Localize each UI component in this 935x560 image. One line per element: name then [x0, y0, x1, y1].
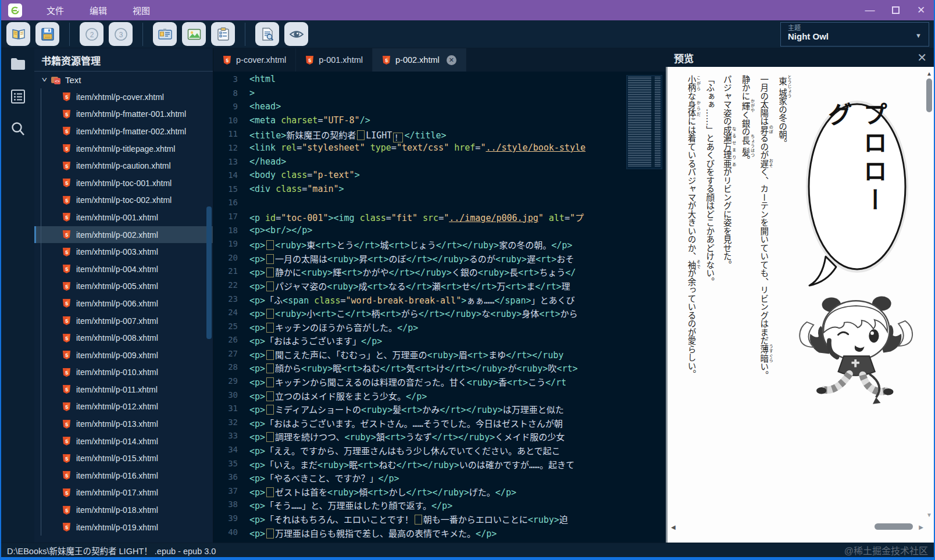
- code-line[interactable]: 26<p>「おはようございます」</p>: [213, 334, 666, 348]
- menu-file[interactable]: 文件: [47, 4, 64, 16]
- code-line[interactable]: 23<p>「ふ<span class="word-break-break-all…: [213, 294, 666, 308]
- tree-item[interactable]: 5item/xhtml/p-003.xhtml: [34, 243, 213, 261]
- code-line[interactable]: 17<p id="toc-001"><img class="fit" src="…: [213, 211, 666, 225]
- tree-item[interactable]: 5item/xhtml/p-001.xhtml: [34, 209, 213, 226]
- code-line[interactable]: 13</head>: [213, 156, 666, 170]
- tree-root-text[interactable]: ˅ <> Text: [34, 72, 213, 88]
- minimap[interactable]: [626, 75, 662, 169]
- code-token: </p>: [406, 391, 427, 402]
- tree-item[interactable]: 5item/xhtml/p-005.xhtml: [34, 278, 213, 295]
- tree-item[interactable]: 5item/xhtml/p-caution.xhtml: [34, 157, 213, 174]
- code-token: <rt>: [401, 405, 422, 415]
- tree-item[interactable]: 5item/xhtml/p-017.xhtml: [34, 484, 213, 502]
- code-line[interactable]: 28<p>顔から<ruby>眠<rt>ねむ</rt>気<rt>け</rt></r…: [213, 362, 666, 376]
- tree-item[interactable]: 5item/xhtml/p-004.xhtml: [34, 261, 213, 278]
- code-line[interactable]: 15<div class="main">: [213, 184, 666, 198]
- clipboard-list-button[interactable]: [211, 22, 235, 46]
- tree-item[interactable]: 5item/xhtml/p-011.xhtml: [34, 381, 213, 398]
- save-button[interactable]: [35, 22, 59, 46]
- tree-item[interactable]: 5item/xhtml/p-007.xhtml: [34, 312, 213, 330]
- fullwidth-space-box: [415, 515, 422, 525]
- tree-item[interactable]: 5item/xhtml/p-006.xhtml: [34, 295, 213, 312]
- tree-item[interactable]: 5item/xhtml/p-008.xhtml: [34, 329, 213, 347]
- code-line[interactable]: 39<p>「それはもちろん、エロいことです！朝も一番からエロいことに<ruby>…: [213, 513, 666, 527]
- code-line[interactable]: 14<body class="p-text">: [213, 170, 666, 184]
- tree-item[interactable]: 5item/xhtml/p-cover.xhtml: [34, 88, 213, 106]
- preview-close-icon[interactable]: ✕: [917, 51, 927, 65]
- code-line[interactable]: 19<p><ruby>東<rt>とう</rt>城<rt>じょう</rt></ru…: [213, 238, 666, 252]
- tab-p-002[interactable]: 5 p-002.xhtml ✕: [373, 48, 466, 72]
- tab-p-001[interactable]: 5 p-001.xhtml: [296, 48, 373, 72]
- tree-item[interactable]: 5item/xhtml/p-toc-002.xhtml: [34, 192, 213, 209]
- code-line[interactable]: 18<p><br/></p>: [213, 225, 666, 239]
- open-book-button[interactable]: [6, 22, 30, 46]
- tree-item[interactable]: 5item/xhtml/p-018.xhtml: [34, 501, 213, 519]
- close-button[interactable]: ✕: [908, 0, 934, 20]
- code-line[interactable]: 33<p>調理を続けつつ、<ruby>頷<rt>うなず</rt></ruby>く…: [213, 430, 666, 444]
- folder-icon[interactable]: [9, 55, 27, 73]
- code-line[interactable]: 35<p>「いえ。まだ<ruby>眠<rt>ねむ</rt></ruby>いのは確…: [213, 458, 666, 472]
- tree-scrollbar[interactable]: [206, 206, 212, 339]
- code-line[interactable]: 8>: [213, 88, 666, 102]
- code-line[interactable]: 21<p>静かに<ruby>輝<rt>かがや</rt></ruby>く銀の<ru…: [213, 266, 666, 280]
- tree-item[interactable]: 5item/xhtml/p-titlepage.xhtml: [34, 140, 213, 158]
- code-line[interactable]: 27<p>聞こえた声に、「むむっ」と、万理亜の<ruby>眉<rt>まゆ</rt…: [213, 348, 666, 362]
- code-line[interactable]: 34<p>「ええ。ですから、万理亜さんはもう少し休んでいてください。あとで起こ: [213, 444, 666, 458]
- tree-item[interactable]: 5item/xhtml/p-019.xhtml: [34, 519, 213, 536]
- preview-hscrollbar[interactable]: [875, 523, 913, 530]
- line-number: 12: [213, 142, 238, 156]
- theme-selector[interactable]: 主题 Night Owl ▼: [780, 22, 929, 47]
- scroll-right-icon[interactable]: ▶: [919, 524, 923, 530]
- code-line[interactable]: 3<html: [213, 74, 666, 88]
- code-line[interactable]: 38<p>「そう……」と、万理亜はしたり顔で返す。</p>: [213, 499, 666, 513]
- menu-edit[interactable]: 编辑: [90, 4, 107, 16]
- tree-item[interactable]: 5item/xhtml/p-009.xhtml: [34, 347, 213, 364]
- code-line[interactable]: 32<p>「おはようございます。ゼストさん。……そうでした。今日はゼストさんが朝: [213, 417, 666, 431]
- maximize-button[interactable]: [883, 0, 908, 20]
- tree-item[interactable]: 5item/xhtml/p-fmatter-001.xhtml: [34, 106, 213, 123]
- tree-item[interactable]: 5item/xhtml/p-016.xhtml: [34, 467, 213, 484]
- scroll-down-icon[interactable]: ▼: [926, 512, 932, 518]
- code-line[interactable]: 10<meta charset="UTF-8"/>: [213, 115, 666, 129]
- preview-vscrollbar[interactable]: [926, 79, 932, 112]
- tree-item[interactable]: 5item/xhtml/p-013.xhtml: [34, 415, 213, 433]
- code-token: <rt>: [415, 363, 436, 374]
- code-line[interactable]: 20<p>一月の太陽は<ruby>昇<rt>のぼ</rt></ruby>るのが<…: [213, 252, 666, 266]
- tree-item[interactable]: 5item/xhtml/p-002.xhtml: [34, 226, 213, 244]
- tree-item[interactable]: 5item/xhtml/p-014.xhtml: [34, 433, 213, 450]
- menu-view[interactable]: 视图: [133, 4, 150, 16]
- minimize-button[interactable]: —: [857, 0, 883, 20]
- code-line[interactable]: 24<p><ruby>小<rt>こ</rt>柄<rt>がら</rt></ruby…: [213, 307, 666, 321]
- code-line[interactable]: 22<p>パジャマ姿の<ruby>成<rt>なる</rt>瀬<rt>せ</rt>…: [213, 280, 666, 294]
- insert-image-button[interactable]: [182, 22, 206, 46]
- circle-3-button[interactable]: 3: [109, 22, 133, 46]
- tree-item[interactable]: 5item/xhtml/p-fmatter-002.xhtml: [34, 123, 213, 140]
- code-line[interactable]: 29<p>キッチンから聞こえるのは料理の音だった。甘く<ruby>香<rt>こう…: [213, 376, 666, 390]
- code-line[interactable]: 36<p>「やるべきこと、ですか？」</p>: [213, 472, 666, 486]
- preview-eye-button[interactable]: [284, 22, 308, 46]
- code-line[interactable]: 40<p>万理亜は自らも親指で差し、最高の表情でキメた。</p>: [213, 527, 666, 541]
- metadata-list-icon[interactable]: [9, 88, 27, 105]
- code-line[interactable]: 11<title>新妹魔王の契約者LIGHT！</title>: [213, 129, 666, 142]
- tab-close-icon[interactable]: ✕: [447, 55, 456, 65]
- tree-item[interactable]: 5item/xhtml/p-toc-001.xhtml: [34, 174, 213, 192]
- code-line[interactable]: 30<p>立つのはメイド服をまとう少女。</p>: [213, 390, 666, 404]
- html-file-icon: 5: [62, 419, 71, 429]
- scroll-up-icon[interactable]: ▲: [926, 70, 932, 77]
- validate-document-button[interactable]: [255, 22, 279, 46]
- code-line[interactable]: 25<p>キッチンのほうから音がした。</p>: [213, 321, 666, 335]
- search-icon[interactable]: [9, 120, 27, 138]
- circle-2-button[interactable]: 2: [80, 22, 104, 46]
- code-line[interactable]: 37<p>ゼストは首を<ruby>傾<rt>かし</rt></ruby>げた。<…: [213, 486, 666, 500]
- tree-item[interactable]: 5item/xhtml/p-015.xhtml: [34, 450, 213, 467]
- id-card-button[interactable]: [153, 22, 177, 46]
- code-line[interactable]: 31<p>ミディアムショートの<ruby>髪<rt>かみ</rt></ruby>…: [213, 403, 666, 417]
- code-area[interactable]: 3<html8>9<head>10<meta charset="UTF-8"/>…: [213, 72, 666, 543]
- tree-item[interactable]: 5item/xhtml/p-012.xhtml: [34, 398, 213, 416]
- scroll-left-icon[interactable]: ◀: [671, 524, 676, 530]
- code-line[interactable]: 12<link rel="stylesheet" type="text/css"…: [213, 142, 666, 156]
- tab-p-cover[interactable]: 5 p-cover.xhtml: [213, 48, 296, 72]
- code-line[interactable]: 16: [213, 197, 666, 211]
- code-line[interactable]: 9<head>: [213, 101, 666, 115]
- tree-item[interactable]: 5item/xhtml/p-010.xhtml: [34, 364, 213, 381]
